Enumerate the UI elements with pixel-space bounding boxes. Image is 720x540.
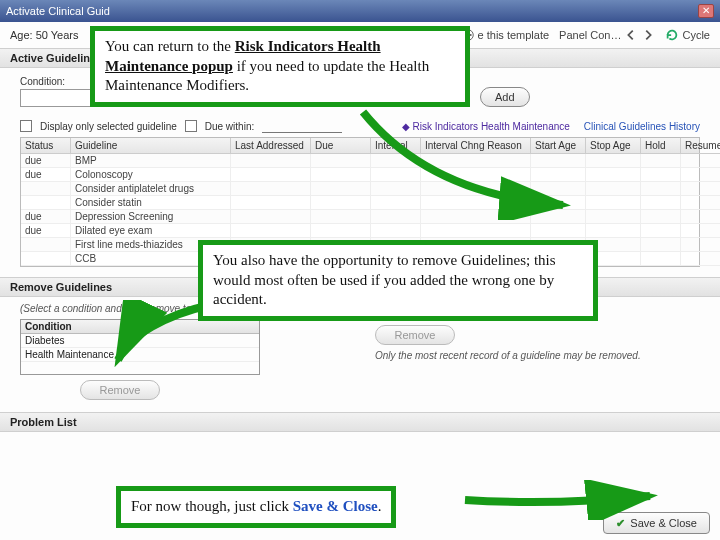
due-within-label: Due within: (205, 121, 254, 132)
list-item[interactable]: Diabetes (21, 334, 259, 348)
age-label: Age: 50 Years (10, 29, 79, 41)
annotation-callout: For now though, just click Save & Close. (116, 486, 396, 528)
remove-guideline-button[interactable]: Remove (375, 325, 455, 345)
risk-indicators-link[interactable]: ◆ Risk Indicators Health Maintenance (402, 121, 570, 132)
hide-template-button[interactable]: e this template (461, 28, 550, 42)
display-selected-checkbox[interactable] (20, 120, 32, 132)
filter-row: Display only selected guideline Due with… (0, 115, 720, 137)
table-row[interactable]: dueBMP (21, 154, 699, 168)
window-titlebar: Activate Clinical Guid ✕ (0, 0, 720, 22)
close-icon[interactable]: ✕ (698, 4, 714, 18)
panel-controls[interactable]: Panel Con… (559, 28, 655, 42)
due-within-input[interactable] (262, 119, 342, 133)
table-row[interactable]: Consider statin (21, 196, 699, 210)
condition-list[interactable]: Condition Diabetes Health Maintenance (20, 319, 260, 375)
table-row[interactable]: dueDilated eye exam (21, 224, 699, 238)
cycle-button[interactable]: Cycle (665, 28, 710, 42)
annotation-callout: You can return to the Risk Indicators He… (90, 26, 470, 107)
table-row[interactable]: dueDepression Screening (21, 210, 699, 224)
check-icon: ✔ (616, 517, 625, 530)
table-row[interactable]: dueColonoscopy (21, 168, 699, 182)
guidelines-history-link[interactable]: Clinical Guidelines History (584, 121, 700, 132)
cycle-icon (665, 28, 679, 42)
save-and-close-button[interactable]: ✔ Save & Close (603, 512, 710, 534)
window-title: Activate Clinical Guid (6, 5, 110, 17)
left-icon[interactable] (624, 28, 638, 42)
due-within-checkbox[interactable] (185, 120, 197, 132)
right-icon[interactable] (641, 28, 655, 42)
section-problem-list: Problem List (0, 412, 720, 432)
remove-hint-right-bottom: Only the most recent record of a guideli… (375, 350, 700, 361)
table-row[interactable]: Consider antiplatelet drugs (21, 182, 699, 196)
list-item[interactable]: Health Maintenance (21, 348, 259, 362)
annotation-callout: You also have the opportunity to remove … (198, 240, 598, 321)
display-selected-label: Display only selected guideline (40, 121, 177, 132)
add-button[interactable]: Add (480, 87, 530, 107)
remove-condition-button[interactable]: Remove (80, 380, 160, 400)
grid-header: StatusGuidelineLast Addressed DueInterva… (21, 138, 699, 154)
